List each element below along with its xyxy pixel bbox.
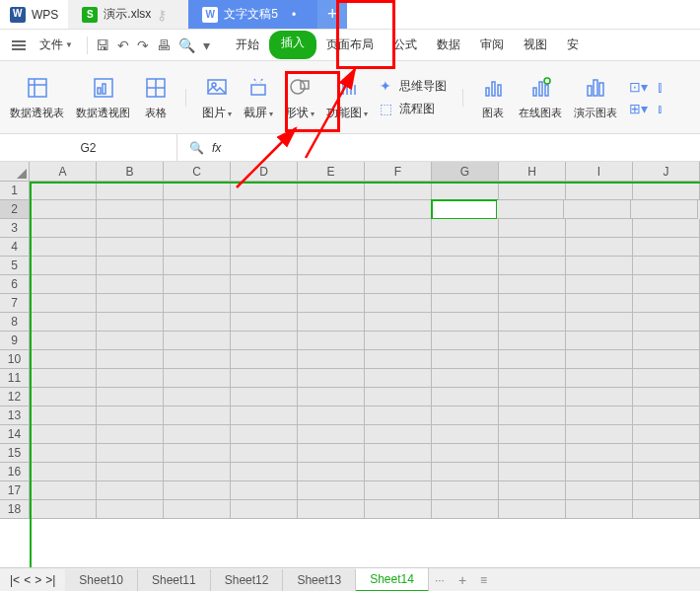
row-header[interactable]: 9: [0, 332, 30, 350]
cell[interactable]: [499, 369, 566, 388]
row-header[interactable]: 8: [0, 313, 30, 332]
cell[interactable]: [231, 406, 298, 425]
cell[interactable]: [30, 294, 97, 313]
row-header[interactable]: 11: [0, 369, 30, 388]
cell[interactable]: [30, 481, 97, 500]
hamburger-menu[interactable]: [8, 37, 30, 54]
cell[interactable]: [365, 275, 432, 294]
cell[interactable]: [365, 369, 432, 388]
cell[interactable]: [499, 313, 566, 332]
cell[interactable]: [633, 238, 700, 257]
undo-icon[interactable]: ↶: [117, 37, 129, 53]
cell[interactable]: [298, 200, 365, 219]
cell[interactable]: [30, 182, 97, 200]
cell[interactable]: [97, 257, 164, 275]
cell[interactable]: [432, 350, 499, 369]
cell[interactable]: [633, 219, 700, 238]
cell[interactable]: [30, 406, 97, 425]
sheet-tab[interactable]: Sheet10: [65, 569, 138, 591]
cell[interactable]: [566, 350, 633, 369]
column-header[interactable]: C: [164, 162, 231, 181]
cell[interactable]: [298, 238, 365, 257]
cell[interactable]: [365, 182, 432, 200]
cell[interactable]: [30, 425, 97, 444]
print-icon[interactable]: 🖶: [157, 37, 171, 53]
sheet-add-icon[interactable]: +: [451, 572, 474, 588]
cell[interactable]: [633, 182, 700, 200]
cell[interactable]: [633, 500, 700, 519]
sheet-tab[interactable]: Sheet11: [138, 569, 211, 591]
cell[interactable]: [164, 332, 231, 350]
tab-menu-icon[interactable]: •: [284, 8, 304, 22]
row-header[interactable]: 13: [0, 406, 30, 425]
cell[interactable]: [298, 350, 365, 369]
cell[interactable]: [566, 257, 633, 275]
ribbon-online-chart[interactable]: 在线图表: [519, 74, 562, 120]
sparkline3-icon[interactable]: ⫿: [657, 79, 672, 95]
cell[interactable]: [566, 313, 633, 332]
cell[interactable]: [365, 350, 432, 369]
cell[interactable]: [30, 313, 97, 332]
cell[interactable]: [30, 238, 97, 257]
cell[interactable]: [499, 463, 566, 481]
column-header[interactable]: B: [97, 162, 164, 181]
menu-item-layout[interactable]: 页面布局: [316, 31, 384, 59]
doc-tab-spreadsheet[interactable]: S 演示.xlsx ⚷: [68, 0, 188, 29]
sheet-list-icon[interactable]: ≡: [474, 573, 493, 587]
cell[interactable]: [566, 444, 633, 463]
cell[interactable]: [499, 275, 566, 294]
cell[interactable]: [365, 219, 432, 238]
ribbon-chart[interactable]: 图表: [479, 74, 507, 120]
ribbon-screenshot[interactable]: 截屏▾: [244, 73, 273, 121]
cell[interactable]: [432, 481, 499, 500]
cell[interactable]: [499, 332, 566, 350]
cell[interactable]: [164, 500, 231, 519]
row-header[interactable]: 14: [0, 425, 30, 444]
cell[interactable]: [365, 313, 432, 332]
cell[interactable]: [164, 463, 231, 481]
cell[interactable]: [164, 257, 231, 275]
column-header[interactable]: G: [432, 162, 499, 181]
cell[interactable]: [164, 238, 231, 257]
row-header[interactable]: 3: [0, 219, 30, 238]
cell[interactable]: [365, 425, 432, 444]
cell[interactable]: [298, 425, 365, 444]
cell[interactable]: [566, 463, 633, 481]
cell[interactable]: [97, 200, 164, 219]
ribbon-mindmap[interactable]: ✦ 思维导图: [380, 78, 447, 95]
menu-item-data[interactable]: 数据: [427, 31, 470, 59]
redo-icon[interactable]: ↷: [137, 37, 149, 53]
cell[interactable]: [566, 481, 633, 500]
cell[interactable]: [566, 275, 633, 294]
cell[interactable]: [432, 332, 499, 350]
column-header[interactable]: A: [30, 162, 97, 181]
cell[interactable]: [566, 182, 633, 200]
cell[interactable]: [566, 500, 633, 519]
cell[interactable]: [298, 182, 365, 200]
cell[interactable]: [231, 275, 298, 294]
cell[interactable]: [432, 500, 499, 519]
cell[interactable]: [231, 257, 298, 275]
cell[interactable]: [631, 200, 698, 219]
cell[interactable]: [365, 238, 432, 257]
cell[interactable]: [564, 200, 631, 219]
cell[interactable]: [432, 369, 499, 388]
cell[interactable]: [231, 238, 298, 257]
menu-item-security[interactable]: 安: [557, 31, 589, 59]
cell[interactable]: [298, 406, 365, 425]
row-header[interactable]: 7: [0, 294, 30, 313]
cell[interactable]: [497, 200, 564, 219]
cell[interactable]: [566, 332, 633, 350]
new-tab-button[interactable]: +: [317, 0, 347, 29]
ribbon-pivot-table[interactable]: 数据透视表: [10, 74, 64, 120]
cell[interactable]: [499, 481, 566, 500]
cell[interactable]: [97, 294, 164, 313]
cell[interactable]: [231, 350, 298, 369]
cell[interactable]: [298, 481, 365, 500]
cell[interactable]: [164, 219, 231, 238]
fx-icon[interactable]: fx: [212, 141, 221, 155]
cell[interactable]: [566, 238, 633, 257]
column-header[interactable]: F: [365, 162, 432, 181]
sheet-last-icon[interactable]: >|: [45, 573, 55, 587]
select-all-corner[interactable]: [0, 162, 30, 181]
